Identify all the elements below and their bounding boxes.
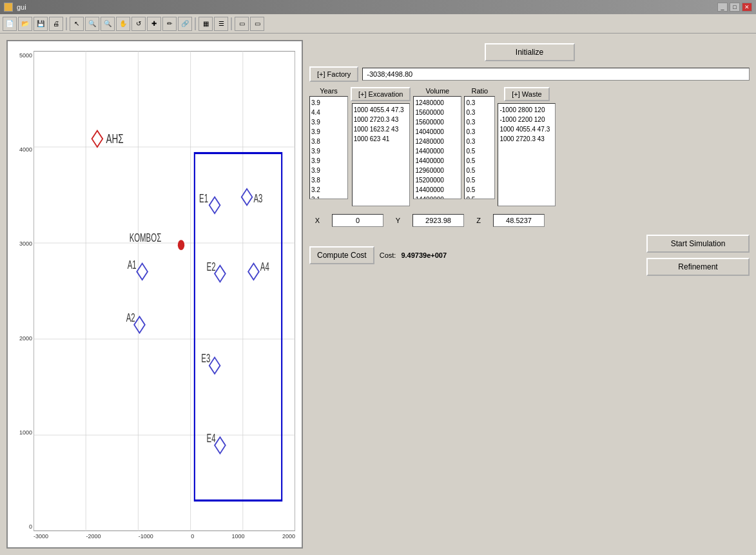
maximize-button[interactable]: □ <box>730 3 740 12</box>
svg-text:ΚΟΜΒΟΣ: ΚΟΜΒΟΣ <box>130 232 161 244</box>
insert-colorbar-button[interactable]: ▦ <box>199 17 213 31</box>
x-label-1000: -1000 <box>139 533 153 540</box>
action-buttons: Start Simulation Refinement <box>646 235 750 276</box>
factory-value: -3038;4498.80 <box>362 68 750 81</box>
svg-text:E2: E2 <box>207 260 216 273</box>
volume-group: Volume 12480000 15600000 15600000 140400… <box>413 87 461 199</box>
svg-text:ΑΗΣ: ΑΗΣ <box>106 131 123 146</box>
y-label-2000: 2000 <box>9 335 32 342</box>
start-simulation-button[interactable]: Start Simulation <box>646 235 750 253</box>
separator-3 <box>231 17 232 30</box>
cost-value: 9.49739e+007 <box>401 251 447 259</box>
y-label-4000: 4000 <box>9 146 32 153</box>
excavation-group: [+] Excavation 1000 4055.4 47.3 1000 272… <box>351 87 411 206</box>
link-tool[interactable]: 🔗 <box>178 17 192 31</box>
window-controls: _ □ ✕ <box>717 3 752 12</box>
bottom-row: Compute Cost Cost: 9.49739e+007 Start Si… <box>309 235 750 276</box>
save-button[interactable]: 💾 <box>34 17 48 31</box>
x-axis: -3000 -2000 -1000 0 1000 2000 <box>34 531 295 547</box>
initialize-button[interactable]: Initialize <box>485 43 575 61</box>
open-file-button[interactable]: 📂 <box>18 17 32 31</box>
waste-button[interactable]: [+] Waste <box>504 87 549 101</box>
svg-text:A2: A2 <box>126 312 135 324</box>
brush-tool[interactable]: ✏ <box>162 17 177 31</box>
zoom-in-button[interactable]: 🔍 <box>85 17 99 31</box>
pan-tool[interactable]: ✋ <box>116 17 130 31</box>
window-title: gui <box>17 3 713 11</box>
volume-listbox[interactable]: 12480000 15600000 15600000 14040000 1248… <box>413 96 461 199</box>
z-label-ctrl: Z <box>470 217 487 224</box>
factory-row: [+] Factory -3038;4498.80 <box>309 66 750 82</box>
svg-text:E4: E4 <box>207 433 216 445</box>
svg-text:A3: A3 <box>253 192 262 204</box>
x-label-2000-pos: 2000 <box>282 533 295 540</box>
ratio-group: Ratio 0.3 0.3 0.3 0.3 0.3 0.5 0.5 0.5 0.… <box>464 87 495 199</box>
separator-1 <box>66 17 67 30</box>
main-window: gui _ □ ✕ 📄 📂 💾 🖨 ↖ 🔍 🔍 ✋ ↺ ✚ ✏ 🔗 ▦ ☰ ▭ … <box>0 0 756 555</box>
svg-point-16 <box>178 240 184 250</box>
minimize-button[interactable]: _ <box>717 3 728 12</box>
cost-label: Cost: <box>380 251 396 259</box>
cost-row: Compute Cost Cost: 9.49739e+007 <box>309 246 447 264</box>
show-tool[interactable]: ▭ <box>250 17 264 31</box>
plot-svg: ΑΗΣ ΚΟΜΒΟΣ A1 A2 E1 A3 <box>34 51 295 531</box>
right-panel: Initialize [+] Factory -3038;4498.80 Yea… <box>309 40 750 549</box>
factory-button[interactable]: [+] Factory <box>309 66 358 82</box>
waste-group: [+] Waste -1000 2800 120 -1000 2200 120 … <box>498 87 556 206</box>
zoom-out-button[interactable]: 🔍 <box>101 17 115 31</box>
z-input[interactable] <box>493 214 545 227</box>
x-label-3000: -3000 <box>34 533 48 540</box>
compute-cost-button[interactable]: Compute Cost <box>309 246 374 264</box>
print-button[interactable]: 🖨 <box>49 17 63 31</box>
x-label-0: 0 <box>191 533 194 540</box>
title-bar: gui _ □ ✕ <box>0 0 756 14</box>
x-label-ctrl: X <box>309 217 325 224</box>
new-file-button[interactable]: 📄 <box>3 17 17 31</box>
main-content: 5000 4000 3000 2000 1000 0 <box>0 34 756 555</box>
y-input[interactable] <box>412 214 464 227</box>
x-input[interactable] <box>332 214 383 227</box>
rotate-tool[interactable]: ↺ <box>131 17 146 31</box>
separator-2 <box>195 17 196 30</box>
select-tool[interactable]: ↖ <box>70 17 84 31</box>
volume-label: Volume <box>426 87 450 95</box>
years-group: Years 3.9 4.4 3.9 3.9 3.8 3.9 3.9 3.9 3.… <box>309 87 348 199</box>
svg-text:E3: E3 <box>201 353 210 365</box>
y-label-ctrl: Y <box>390 217 406 224</box>
plot-canvas: 5000 4000 3000 2000 1000 0 <box>6 40 303 549</box>
y-label-0: 0 <box>9 523 32 530</box>
years-label: Years <box>320 87 338 95</box>
refinement-button[interactable]: Refinement <box>646 258 750 276</box>
svg-text:A4: A4 <box>260 260 269 273</box>
excavation-button[interactable]: [+] Excavation <box>351 87 411 101</box>
toolbar: 📄 📂 💾 🖨 ↖ 🔍 🔍 ✋ ↺ ✚ ✏ 🔗 ▦ ☰ ▭ ▭ <box>0 14 756 34</box>
plot-inner: ΑΗΣ ΚΟΜΒΟΣ A1 A2 E1 A3 <box>34 51 295 531</box>
y-label-3000: 3000 <box>9 240 32 247</box>
years-listbox[interactable]: 3.9 4.4 3.9 3.9 3.8 3.9 3.9 3.9 3.8 3.2 … <box>309 96 348 199</box>
x-label-1000-pos: 1000 <box>232 533 245 540</box>
init-row: Initialize <box>309 43 750 61</box>
data-section: Years 3.9 4.4 3.9 3.9 3.8 3.9 3.9 3.9 3.… <box>309 87 750 206</box>
insert-legend-button[interactable]: ☰ <box>214 17 228 31</box>
svg-text:A1: A1 <box>128 258 137 271</box>
svg-text:E1: E1 <box>199 192 208 204</box>
data-cursor-button[interactable]: ✚ <box>147 17 161 31</box>
close-button[interactable]: ✕ <box>742 3 752 12</box>
hide-tool[interactable]: ▭ <box>235 17 249 31</box>
svg-rect-0 <box>34 51 295 531</box>
xyz-row: X Y Z <box>309 214 750 227</box>
app-icon <box>4 3 13 12</box>
ratio-label: Ratio <box>472 87 489 95</box>
y-label-5000: 5000 <box>9 52 32 59</box>
ratio-listbox[interactable]: 0.3 0.3 0.3 0.3 0.3 0.5 0.5 0.5 0.5 0.5 … <box>464 96 495 199</box>
y-label-1000: 1000 <box>9 429 32 436</box>
waste-listbox[interactable]: -1000 2800 120 -1000 2200 120 1000 4055.… <box>498 103 556 206</box>
y-axis: 5000 4000 3000 2000 1000 0 <box>8 51 34 531</box>
excavation-listbox[interactable]: 1000 4055.4 47.3 1000 2720.3 43 1000 162… <box>352 103 410 206</box>
x-label-2000: -2000 <box>86 533 101 540</box>
